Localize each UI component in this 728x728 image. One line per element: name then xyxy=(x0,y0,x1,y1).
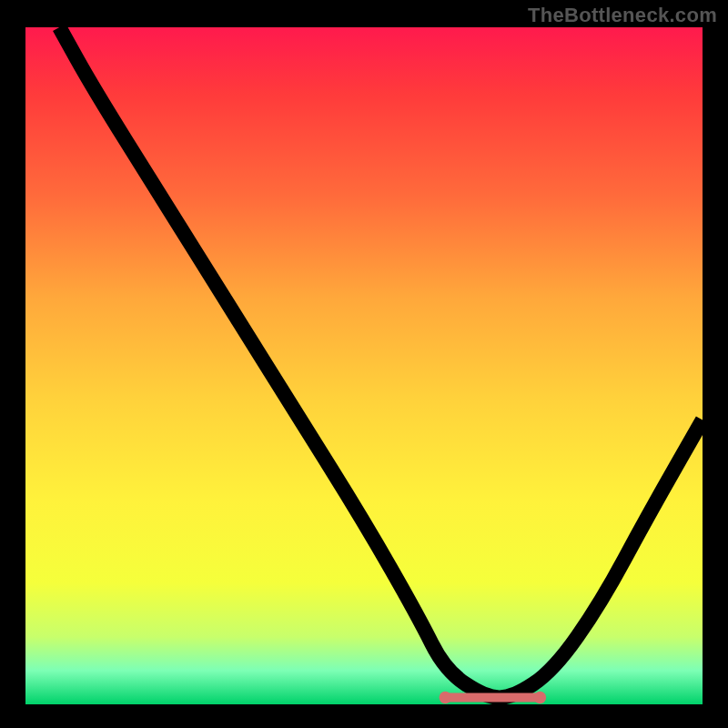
optimal-range-start-dot xyxy=(440,692,451,703)
curve-layer xyxy=(25,27,703,704)
optimal-range-end-dot xyxy=(534,692,546,703)
plot-area xyxy=(25,27,703,704)
chart-frame: TheBottleneck.com xyxy=(0,0,728,728)
attribution-text: TheBottleneck.com xyxy=(528,4,717,27)
bottleneck-curve xyxy=(59,27,703,698)
